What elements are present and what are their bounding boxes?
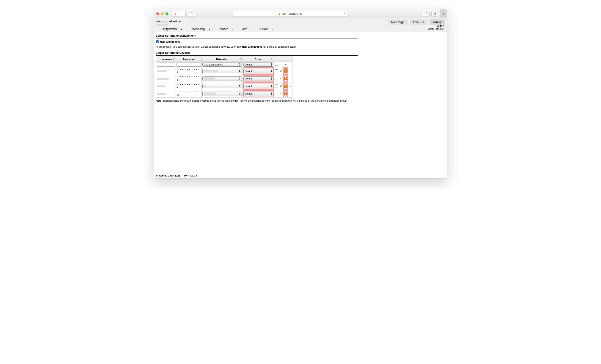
save-row-button[interactable]: ✔ [279,82,283,90]
sidebar-icon [190,12,193,15]
freepbx-button[interactable]: FreePBX [410,19,428,25]
col-extension[interactable]: Extension▲▼ [202,57,242,62]
save-row-button[interactable]: ✔ [279,90,283,97]
group-select[interactable]: default▴▾ [243,84,274,88]
override-checkbox[interactable] [275,85,278,87]
devices-table: Username▲▼ Password Extension▲▼ Group▲▼ … [156,57,292,97]
menu-provisioning[interactable]: Provisioning▼ [190,28,214,31]
tabs-icon [433,12,436,15]
redacted-subtitle [156,24,168,26]
sidebar-toggle-button[interactable] [188,11,195,17]
save-row-button[interactable]: ✔ [279,75,283,82]
product-name: Cloud PBX GUI [428,28,444,30]
new-username-input[interactable] [157,63,175,67]
page-title: Zoiper Softphone Management [156,33,445,38]
note-text: Note: checkbox near the group means 'ove… [156,97,445,104]
share-icon [425,12,428,15]
group-select[interactable]: default▴▾ [243,77,274,81]
username-value [157,93,166,95]
override-checkbox[interactable] [275,77,278,80]
extension-select[interactable]: ▴▾ [202,84,241,88]
col-override [274,57,279,62]
browser-titlebar: ‹ › 🔒 pbx- .edpnet.net ⟳ + [154,10,447,18]
version-number: v2.10.5 [428,25,444,28]
table-title: Zoiper Softphone Devices [156,50,445,55]
fullscreen-window-button[interactable] [165,12,168,15]
briefcase-icon[interactable] [284,77,287,80]
delete-row-button[interactable]: – [288,90,292,97]
host-label: pbx-.edpnet.net [156,19,181,23]
version-label: v2.10.5 Cloud PBX GUI [428,25,444,30]
username-value [157,78,169,80]
group-select[interactable]: default▴▾ [243,69,274,73]
password-masked: •••••••••••••• [177,75,201,78]
admin-menu-button[interactable]: admin [430,19,445,25]
page-description: In this module, you can manage a list of… [156,44,445,50]
new-tab-button[interactable]: + [440,10,447,18]
menu-extras[interactable]: Extras▼ [260,28,277,31]
svg-rect-5 [434,12,436,14]
table-row: •••••••••••••• 👁 ▴▾ default▴▾ ✔ – [156,90,292,97]
forward-button[interactable]: › [179,11,186,17]
reveal-password-icon[interactable]: 👁 [177,78,180,82]
app-header: pbx-.edpnet.net Main Page FreePBX admin … [154,18,447,32]
close-window-button[interactable] [156,12,159,15]
new-device-row: 100 (test edpnet)▴▾ default▴▾ + [156,62,292,67]
delete-row-button[interactable]: – [288,75,292,82]
new-password-input[interactable] [177,63,201,67]
reveal-password-icon[interactable]: 👁 [177,86,180,89]
delete-row-button[interactable]: – [288,67,292,75]
help-icon: ? [156,40,159,43]
table-header-row: Username▲▼ Password Extension▲▼ Group▲▼ [156,57,292,62]
briefcase-icon[interactable] [284,69,287,73]
menu-tools[interactable]: Tools▼ [241,28,256,31]
extension-select[interactable]: ▴▾ [202,92,241,96]
share-button[interactable] [423,11,430,17]
svg-rect-0 [190,12,193,15]
table-row: •••••••••••••• 👁 ▴▾ default▴▾ ✔ – [156,82,292,90]
col-username[interactable]: Username▲▼ [156,57,176,62]
main-page-button[interactable]: Main Page [388,19,408,25]
url-text: pbx- .edpnet.net [282,12,302,15]
tabs-button[interactable] [431,11,438,17]
lock-icon: 🔒 [278,12,281,15]
reveal-password-icon[interactable]: 👁 [177,93,180,97]
reveal-password-icon[interactable]: 👁 [177,71,180,74]
reload-button[interactable]: ⟳ [343,12,345,15]
col-action3 [288,57,292,62]
delete-row-button[interactable]: – [288,82,292,90]
col-group[interactable]: Group▲▼ [242,57,274,62]
back-button[interactable]: ‹ [172,11,179,17]
briefcase-icon[interactable] [284,85,287,88]
override-checkbox[interactable] [275,69,278,72]
password-masked: •••••••••••••• [177,68,201,71]
help-and-notices-link[interactable]: Help and notices [160,40,180,43]
footer: © edpnet, 2014-2021 --- PHP 7.3.33 [154,172,447,178]
url-bar[interactable]: 🔒 pbx- .edpnet.net ⟳ [233,11,347,17]
menu-services[interactable]: Services▼ [218,28,237,31]
username-value [157,70,167,72]
new-group-select[interactable]: default▴▾ [243,62,274,67]
col-action2 [283,57,288,62]
override-checkbox[interactable] [275,92,278,95]
browser-window: ‹ › 🔒 pbx- .edpnet.net ⟳ + pbx-.edpnet.n… [154,9,447,179]
menu-configuration[interactable]: Configuration▼ [160,28,186,31]
page-content: pbx-.edpnet.net Main Page FreePBX admin … [154,18,447,178]
briefcase-icon[interactable] [284,92,287,95]
col-action1 [279,57,283,62]
window-controls [156,12,168,15]
minimize-window-button[interactable] [161,12,164,15]
password-masked: •••••••••••••• [177,90,201,93]
extension-select[interactable]: ▴▾ [202,77,241,81]
extension-select[interactable]: ▴▾ [202,69,241,73]
group-select[interactable]: default▴▾ [243,92,274,96]
svg-rect-4 [433,13,436,15]
username-value [157,85,165,87]
main-menu: Configuration▼ Provisioning▼ Services▼ T… [156,26,445,32]
password-masked: •••••••••••••• [177,83,201,86]
add-device-button[interactable]: + [279,62,292,67]
col-password: Password [176,57,202,62]
save-row-button[interactable]: ✔ [279,67,283,75]
new-extension-select[interactable]: 100 (test edpnet)▴▾ [202,62,241,67]
new-override-checkbox[interactable] [275,63,278,66]
